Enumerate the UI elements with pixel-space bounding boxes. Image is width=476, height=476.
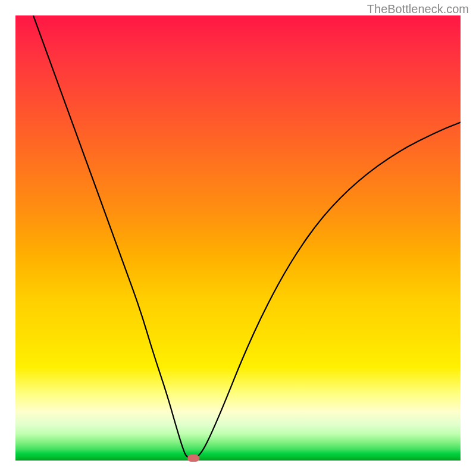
watermark-text: TheBottleneck.com (367, 2, 469, 16)
bottleneck-curve (15, 15, 461, 461)
optimal-marker (187, 455, 199, 462)
chart-container: TheBottleneck.com (0, 0, 476, 476)
chart-plot-area (15, 15, 461, 461)
